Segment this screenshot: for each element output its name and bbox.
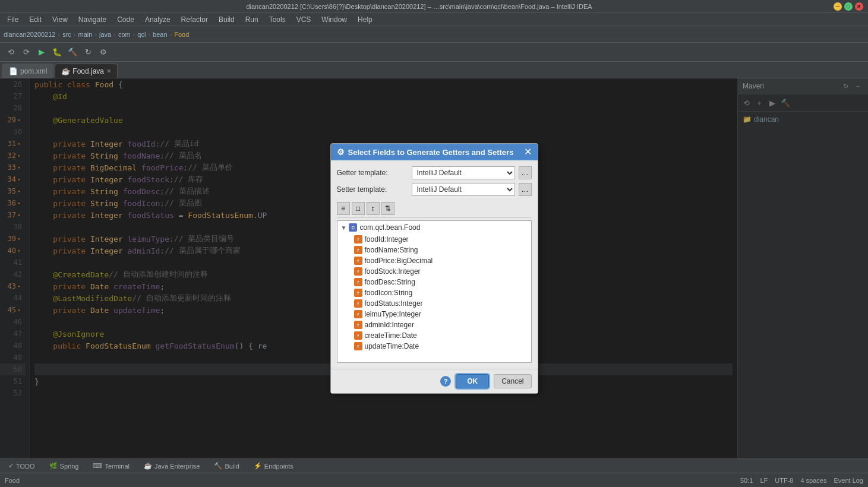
setter-template-label: Setter template:: [337, 185, 408, 194]
toolbar-btn-sync[interactable]: ↻: [81, 45, 95, 59]
tree-item-foodDesc[interactable]: f foodDesc:String: [337, 277, 531, 287]
menu-item-window[interactable]: Window: [317, 14, 352, 25]
menu-item-analyze[interactable]: Analyze: [140, 14, 175, 25]
cancel-button[interactable]: Cancel: [494, 374, 531, 388]
nav-item-qcl[interactable]: qcl: [137, 31, 146, 38]
tree-item-createTime[interactable]: f createTime:Date: [337, 330, 531, 341]
tree-item-leimuType[interactable]: f leimuType:Integer: [337, 309, 531, 320]
fields-tree[interactable]: ▼ C com.qcl.bean.Food f foodId:Integer f…: [337, 220, 532, 363]
nav-item-food[interactable]: Food: [174, 31, 189, 38]
getter-template-select[interactable]: IntelliJ Default: [412, 166, 515, 179]
tree-item-label-foodIcon: foodIcon:String: [365, 289, 413, 297]
tree-item-adminId[interactable]: f adminId:Integer: [337, 320, 531, 330]
menu-item-run[interactable]: Run: [241, 14, 263, 25]
tree-item-label-createTime: createTime:Date: [365, 331, 417, 340]
toolbar-btn-settings[interactable]: ⚙: [96, 45, 111, 59]
tree-root-node[interactable]: ▼ C com.qcl.bean.Food: [337, 221, 531, 234]
menu-item-edit[interactable]: Edit: [24, 14, 46, 25]
tree-item-label-foodDesc: foodDesc:String: [365, 278, 415, 286]
field-icon: f: [354, 321, 362, 329]
bottom-tab-terminal[interactable]: ⌨ Terminal: [88, 461, 134, 471]
tree-item-foodPrice[interactable]: f foodPrice:BigDecimal: [337, 255, 531, 266]
field-icon: f: [354, 235, 362, 244]
status-lf[interactable]: LF: [760, 477, 768, 484]
nav-item-src[interactable]: src: [62, 31, 71, 38]
menu-item-view[interactable]: View: [48, 14, 72, 25]
status-right: 50:1 LF UTF-8 4 spaces Event Log: [740, 477, 863, 484]
tree-item-foodStock[interactable]: f foodStock:Integer: [337, 266, 531, 277]
bottom-tab-endpoints[interactable]: ⚡ Endpoints: [249, 461, 298, 471]
status-indent[interactable]: 4 spaces: [800, 477, 826, 484]
java-enterprise-icon: ☕: [144, 462, 152, 470]
tab-food-java-label: Food.java: [72, 67, 104, 75]
file-tabs: 📄 pom.xml ☕ Food.java ✕: [0, 62, 868, 78]
nav-item-bean[interactable]: bean: [153, 31, 167, 38]
ok-button[interactable]: OK: [456, 374, 489, 388]
bottom-tab-java-enterprise[interactable]: ☕ Java Enterprise: [139, 461, 204, 471]
dialog-title-text: Select Fields to Generate Getters and Se…: [348, 148, 514, 157]
menu-item-code[interactable]: Code: [112, 14, 139, 25]
getter-template-edit-btn[interactable]: …: [519, 166, 532, 179]
spring-icon: 🌿: [49, 462, 58, 470]
dialog-title-content: ⚙ Select Fields to Generate Getters and …: [337, 147, 514, 157]
tree-item-label-leimuType: leimuType:Integer: [365, 310, 421, 318]
help-icon[interactable]: ?: [440, 376, 451, 387]
toolbar-btn-build[interactable]: 🔨: [65, 45, 80, 59]
nav-item-com[interactable]: com: [118, 31, 131, 38]
bottom-tab-java-enterprise-label: Java Enterprise: [154, 463, 200, 470]
close-button[interactable]: ✕: [855, 2, 863, 11]
dialog-close-button[interactable]: ✕: [524, 147, 532, 157]
select-all-btn[interactable]: ≡: [337, 202, 350, 215]
event-log[interactable]: Event Log: [834, 477, 863, 484]
setter-template-select[interactable]: IntelliJ Default: [412, 183, 515, 196]
tab-pom-xml[interactable]: 📄 pom.xml: [2, 64, 53, 78]
nav-item-java[interactable]: java: [99, 31, 111, 38]
bottom-tab-spring[interactable]: 🌿 Spring: [45, 461, 84, 471]
toolbar-btn-2[interactable]: ⟳: [19, 45, 33, 59]
title-bar-text: diancan20200212 [C:\Users\86{?}\Desktop\…: [5, 3, 834, 10]
status-encoding[interactable]: UTF-8: [775, 477, 793, 484]
tree-item-label-adminId: adminId:Integer: [365, 321, 414, 329]
menu-item-build[interactable]: Build: [214, 14, 239, 25]
menu-item-file[interactable]: File: [2, 14, 23, 25]
main-content: 26 27 28 29🔸 30 31🔸 32🔸 33🔸 34🔸 35🔸 36🔸 …: [0, 78, 868, 458]
window-controls: ─ □ ✕: [834, 2, 863, 11]
field-icon: f: [354, 246, 362, 254]
dialog-footer: ? OK Cancel: [331, 369, 538, 393]
dialog-title-bar: ⚙ Select Fields to Generate Getters and …: [331, 144, 538, 160]
status-bar: Food 50:1 LF UTF-8 4 spaces Event Log: [0, 473, 868, 487]
nav-item-main[interactable]: main: [78, 31, 93, 38]
toolbar-btn-debug[interactable]: 🐛: [50, 45, 64, 59]
setter-template-edit-btn[interactable]: …: [519, 183, 532, 196]
menu-item-refactor[interactable]: Refactor: [176, 14, 213, 25]
tree-item-label-foodId: foodId:Integer: [365, 235, 409, 244]
maximize-button[interactable]: □: [844, 2, 853, 11]
status-position[interactable]: 50:1: [740, 477, 753, 484]
sort-desc-btn[interactable]: ⇅: [381, 202, 394, 215]
tree-collapse-icon[interactable]: ▼: [341, 224, 347, 231]
field-icon: f: [354, 289, 362, 297]
menu-item-navigate[interactable]: Navigate: [74, 14, 111, 25]
bottom-tab-todo[interactable]: ✓ TODO: [4, 461, 40, 471]
nav-item-project[interactable]: diancan20200212: [4, 31, 55, 38]
minimize-button[interactable]: ─: [834, 2, 842, 11]
toolbar-btn-1[interactable]: ⟲: [4, 45, 18, 59]
deselect-all-btn[interactable]: □: [352, 202, 365, 215]
toolbar-btn-run[interactable]: ▶: [34, 45, 49, 59]
menu-item-tools[interactable]: Tools: [264, 14, 291, 25]
todo-icon: ✓: [8, 462, 14, 470]
menu-item-help[interactable]: Help: [353, 14, 377, 25]
tree-item-updateTime[interactable]: f updateTime:Date: [337, 341, 531, 352]
bottom-tab-build[interactable]: 🔨 Build: [209, 461, 244, 471]
main-toolbar: ⟲ ⟳ ▶ 🐛 🔨 ↻ ⚙: [0, 43, 868, 62]
tree-item-foodStatus[interactable]: f foodStatus:Integer: [337, 298, 531, 309]
build-icon: 🔨: [214, 462, 222, 470]
field-icon: f: [354, 310, 362, 318]
tab-food-java[interactable]: ☕ Food.java ✕: [55, 64, 118, 78]
menu-item-vcs[interactable]: VCS: [292, 14, 316, 25]
tree-item-foodName[interactable]: f foodName:String: [337, 245, 531, 255]
tab-close-icon[interactable]: ✕: [106, 68, 111, 74]
tree-item-foodId[interactable]: f foodId:Integer: [337, 234, 531, 245]
sort-btn[interactable]: ↕: [367, 202, 380, 215]
tree-item-foodIcon[interactable]: f foodIcon:String: [337, 287, 531, 298]
